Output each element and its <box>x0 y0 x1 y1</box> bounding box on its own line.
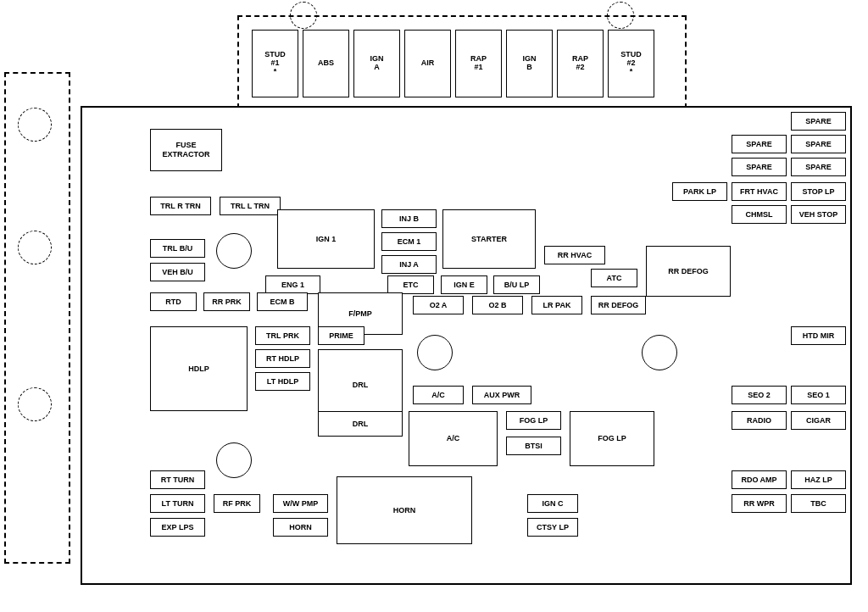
fuse-frt-hvac: FRT HVAC <box>732 182 787 201</box>
fuse-radio: RADIO <box>732 411 787 430</box>
fuse-fog-lp-top: FOG LP <box>506 411 561 430</box>
fuse-park-lp: PARK LP <box>672 182 727 201</box>
fuse-fog-lp-bot: FOG LP <box>570 411 654 466</box>
main-fuse-box: FUSEEXTRACTOR TRL R TRN TRL L TRN SPARE … <box>81 106 852 585</box>
fuse-rt-hdlp: RT HDLP <box>255 349 310 368</box>
fuse-htd-mir: HTD MIR <box>791 326 846 345</box>
left-circle-middle <box>18 231 52 264</box>
circle-fuse-4 <box>216 442 252 478</box>
left-circle-bottom <box>18 387 52 421</box>
fuse-ww-pmp: W/W PMP <box>273 494 328 513</box>
fuse-trl-prk: TRL PRK <box>255 326 310 345</box>
top-circle-right <box>607 2 634 29</box>
fuse-trl-r-trn: TRL R TRN <box>150 197 211 215</box>
fuse-inj-b: INJ B <box>381 209 437 228</box>
fuse-horn-box: HORN <box>337 476 472 544</box>
fuse-ign-b: IGNB <box>506 30 553 97</box>
fuse-o2a: O2 A <box>413 296 464 314</box>
fuse-horn: HORN <box>273 518 328 537</box>
fuse-spare1: SPARE <box>791 112 846 131</box>
fuse-rtd: RTD <box>150 292 197 311</box>
fuse-drl-bot: DRL <box>318 411 403 437</box>
fuse-lr-pak: LR PAK <box>531 296 582 314</box>
top-fuses-row: STUD#1* ABS IGNA AIR RAP#1 IGNB RAP#2 ST… <box>239 17 685 97</box>
fuse-ecm-b: ECM B <box>257 292 308 311</box>
fuse-exp-lps: EXP LPS <box>150 518 205 537</box>
fuse-eng1: ENG 1 <box>265 275 320 294</box>
fuse-trl-bu: TRL B/U <box>150 239 205 258</box>
fuse-rr-defog-small: RR DEFOG <box>591 296 646 314</box>
fuse-atc: ATC <box>591 269 637 287</box>
fuse-rr-defog-large: RR DEFOG <box>646 246 731 297</box>
fuse-seo2: SEO 2 <box>732 386 787 404</box>
fuse-rr-wpr: RR WPR <box>732 494 787 513</box>
diagram-container: B+ GLOWPLUGORCUSTFEED STUD#1* ABS IGNA A… <box>0 0 868 612</box>
fuse-stud2: STUD#2* <box>608 30 654 97</box>
fuse-ecm1: ECM 1 <box>381 232 437 251</box>
fuse-ign-e: IGN E <box>441 275 487 294</box>
fuse-spare3: SPARE <box>791 135 846 153</box>
fuse-rap2: RAP#2 <box>557 30 604 97</box>
circle-fuse-2 <box>417 335 453 370</box>
fuse-lt-turn: LT TURN <box>150 494 205 513</box>
circle-fuse-3 <box>642 335 677 370</box>
fuse-cigar: CIGAR <box>791 411 846 430</box>
fuse-extractor: FUSEEXTRACTOR <box>150 129 222 171</box>
fuse-ac-bot: A/C <box>409 411 498 466</box>
fuse-haz-lp: HAZ LP <box>791 470 846 489</box>
fuse-btsi: BTSI <box>506 437 561 455</box>
fuse-spare2: SPARE <box>732 135 787 153</box>
fuse-trl-l-trn: TRL L TRN <box>220 197 281 215</box>
fuse-etc: ETC <box>387 275 434 294</box>
fuse-prime: PRIME <box>318 326 364 345</box>
fuse-lt-hdlp: LT HDLP <box>255 372 310 391</box>
fuse-hdlp: HDLP <box>150 326 248 411</box>
fuse-rf-prk: RF PRK <box>214 494 260 513</box>
fuse-rap1: RAP#1 <box>455 30 502 97</box>
left-dashed-box: B+ GLOWPLUGORCUSTFEED <box>4 72 70 564</box>
fuse-o2b: O2 B <box>472 296 523 314</box>
fuse-stop-lp: STOP LP <box>791 182 846 201</box>
fuse-rr-prk: RR PRK <box>203 292 250 311</box>
fuse-spare4: SPARE <box>732 158 787 176</box>
fuse-seo1: SEO 1 <box>791 386 846 404</box>
fuse-abs: ABS <box>303 30 349 97</box>
fuse-veh-bu: VEH B/U <box>150 263 205 281</box>
fuse-stud1: STUD#1* <box>252 30 298 97</box>
fuse-ign-c: IGN C <box>527 494 578 513</box>
fuse-chmsl: CHMSL <box>732 205 787 224</box>
fuse-inj-a: INJ A <box>381 255 437 274</box>
fuse-starter: STARTER <box>442 209 536 269</box>
fuse-rr-hvac: RR HVAC <box>544 246 605 264</box>
fuse-veh-stop: VEH STOP <box>791 205 846 224</box>
left-circle-top <box>18 108 52 142</box>
fuse-air: AIR <box>404 30 451 97</box>
fuse-spare5: SPARE <box>791 158 846 176</box>
fuse-rt-turn: RT TURN <box>150 470 205 489</box>
fuse-tbc: TBC <box>791 494 846 513</box>
fuse-ac-top: A/C <box>413 386 464 404</box>
top-fuse-box: STUD#1* ABS IGNA AIR RAP#1 IGNB RAP#2 ST… <box>237 15 687 108</box>
circle-fuse-1 <box>216 233 252 269</box>
fuse-ctsy-lp: CTSY LP <box>527 518 578 537</box>
fuse-aux-pwr: AUX PWR <box>472 386 531 404</box>
top-circle-left <box>290 2 317 29</box>
fuse-rdo-amp: RDO AMP <box>732 470 787 489</box>
fuse-bu-lp: B/U LP <box>493 275 540 294</box>
fuse-ign-a: IGNA <box>353 30 400 97</box>
fuse-ign1: IGN 1 <box>277 209 375 269</box>
